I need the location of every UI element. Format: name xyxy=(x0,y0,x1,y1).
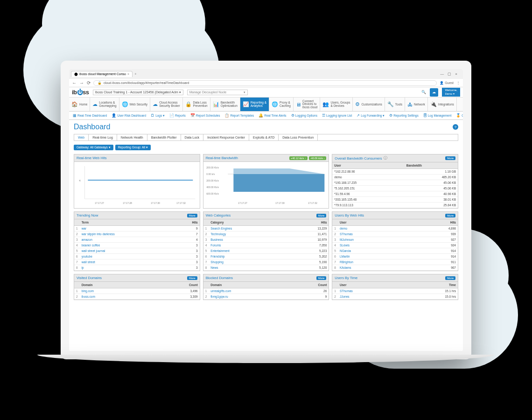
more-button[interactable]: More xyxy=(445,276,455,280)
group-filter[interactable]: Reporting Group: All ▾ xyxy=(115,145,151,150)
more-button[interactable]: More xyxy=(316,214,327,217)
table-row[interactable]: 3amazon4 xyxy=(74,237,200,243)
cloud-status-button[interactable]: ☁ xyxy=(430,88,438,97)
table-row[interactable]: 2iboss.com3,309 xyxy=(74,294,200,300)
url-input[interactable]: 🔒 cloud.iboss.com/ibcloud/app/#/reporter… xyxy=(93,80,437,86)
forward-icon[interactable]: → xyxy=(79,80,84,85)
table-row[interactable]: 3MJohnson927 xyxy=(332,237,458,243)
table-row[interactable]: 2fbmg1gqw.ru9 xyxy=(203,294,329,300)
table-row[interactable]: 6Friendship5,202 xyxy=(203,254,329,259)
table-row[interactable]: 2Technology11,471 xyxy=(203,231,329,237)
table-row[interactable]: 8News5,120 xyxy=(203,265,329,271)
tab-dlp[interactable]: Data Loss Prevention xyxy=(279,134,318,140)
subnav-templates[interactable]: 📋Report Templates xyxy=(223,113,256,118)
info-icon[interactable]: ⓘ xyxy=(384,156,387,161)
nav-integrations[interactable]: 🔌Integrations xyxy=(428,98,457,111)
maximize-icon[interactable]: ▢ xyxy=(448,72,451,76)
table-row[interactable]: 6LMartin914 xyxy=(332,254,458,259)
subnav-schedules[interactable]: 📅Report Schedules xyxy=(189,113,222,118)
search-icon[interactable]: 🔍 xyxy=(421,90,426,94)
nav-reporting[interactable]: 📈Reporting & Analytics xyxy=(240,98,269,111)
table-row[interactable]: *193.188.17.23545.06 KB xyxy=(332,180,458,186)
minimize-icon[interactable]: — xyxy=(440,72,444,76)
subnav-certificates[interactable]: 🏅Certificates xyxy=(454,113,463,118)
subnav-logging-options[interactable]: ⚙Logging Options xyxy=(289,113,319,118)
table-row[interactable]: 2JJones15.0 hrs xyxy=(332,294,458,300)
tab-realtime-log[interactable]: Real-time Log xyxy=(89,134,117,140)
nav-web-security[interactable]: 🌐Web Security xyxy=(119,98,151,111)
table-row[interactable]: *203.165.135.4838.01 KB xyxy=(332,197,458,203)
manage-node-select[interactable]: Manage Decoupled Node ▾ xyxy=(187,90,248,95)
nav-tools[interactable]: 🔧Tools xyxy=(385,98,405,111)
nav-home[interactable]: 🏠Home xyxy=(69,98,90,111)
tab-data-lock[interactable]: Data Lock xyxy=(181,134,204,140)
browser-tab[interactable]: ⬤ iboss cloud Management Conso × xyxy=(71,71,133,77)
subnav-reports[interactable]: 📄Reports xyxy=(168,113,188,118)
nav-bandwidth[interactable]: 📊Bandwidth Optimization xyxy=(210,98,240,111)
nav-customizations[interactable]: ⚙Customizations xyxy=(353,98,385,111)
subnav-ignore-list[interactable]: ☰Logging Ignore List xyxy=(320,113,354,118)
new-tab-button[interactable]: + xyxy=(134,72,137,76)
more-button[interactable]: More xyxy=(316,276,327,280)
nav-network[interactable]: 🖧Network xyxy=(405,98,428,111)
tab-bandwidth-plotter[interactable]: Bandwidth Plotter xyxy=(147,134,181,140)
more-button[interactable]: More xyxy=(445,214,455,217)
account-selector[interactable]: Iboss Cloud Training 1 - Account 123456 … xyxy=(93,90,183,95)
table-row[interactable]: 1bing.com3,496 xyxy=(74,288,200,294)
subnav-user-risk[interactable]: 👤User Risk Dashboard xyxy=(110,113,148,118)
table-row[interactable]: 5wall street journal3 xyxy=(74,248,200,254)
table-row[interactable]: 2war slippin into darkness7 xyxy=(74,231,200,237)
tab-web[interactable]: Web xyxy=(74,134,89,140)
table-row[interactable]: 7wall street3 xyxy=(74,259,200,265)
subnav-alerts[interactable]: 🔔Real Time Alerts xyxy=(257,113,288,118)
profile-guest[interactable]: 👤 Guest xyxy=(440,81,454,85)
table-row[interactable]: 1war9 xyxy=(74,226,200,231)
back-icon[interactable]: ← xyxy=(72,80,77,85)
nav-users-groups[interactable]: 👥Users, Groups & Devices xyxy=(320,98,353,111)
nav-proxy[interactable]: 🌐Proxy & Caching xyxy=(269,98,294,111)
nav-casb[interactable]: ☁Cloud Access Security Broker xyxy=(150,98,182,111)
table-row[interactable]: 1SThomas15.1 hrs xyxy=(332,288,458,294)
tab-exploits[interactable]: Exploits & ATD xyxy=(249,134,279,140)
more-button[interactable]: More xyxy=(187,214,197,217)
subnav-logs[interactable]: 🗒Logs ▾ xyxy=(149,113,167,118)
table-row[interactable]: demo485.20 KB xyxy=(332,175,458,180)
tab-network-health[interactable]: Network Health xyxy=(117,134,147,140)
table-row[interactable]: 2SThomas939 xyxy=(332,231,458,237)
table-row[interactable]: 4beaner coffee3 xyxy=(74,243,200,248)
table-row[interactable]: *162.212.88.901.18 GB xyxy=(332,169,458,175)
table-row[interactable]: 3Business10,979 xyxy=(203,237,329,243)
reload-icon[interactable]: ⟳ xyxy=(87,80,91,85)
table-row[interactable]: 4Forums7,050 xyxy=(203,243,329,248)
welcome-menu[interactable]: Welcome, Demo ▾ xyxy=(442,88,460,96)
table-row[interactable]: 4SLewis924 xyxy=(332,243,458,248)
subnav-realtime-dashboard[interactable]: ▦Real-Time Dashboard xyxy=(71,113,109,118)
close-tab-icon[interactable]: × xyxy=(127,72,129,76)
table-row[interactable]: 1Search Engines13,229 xyxy=(203,226,329,231)
table-row[interactable]: 7RBrighton911 xyxy=(332,259,458,265)
more-button[interactable]: More xyxy=(445,156,455,160)
tab-incident-response[interactable]: Incident Response Center xyxy=(203,134,249,140)
table-row[interactable]: *31.59.4.9640.98 KB xyxy=(332,191,458,197)
gateway-filter[interactable]: Gateway: All Gateways ▾ xyxy=(74,145,113,150)
nav-dlp[interactable]: 🔒Data Loss Prevention xyxy=(183,98,210,111)
nav-locations[interactable]: ☁Locations & Geomapping xyxy=(90,98,119,111)
table-row[interactable]: *5.162.205.15145.06 KB xyxy=(332,186,458,191)
subnav-log-forwarding[interactable]: ↗Log Forwarding ▾ xyxy=(355,113,386,118)
subnav-log-management[interactable]: 🗄Log Management xyxy=(421,113,454,118)
table-row[interactable]: 6youtube3 xyxy=(74,254,200,259)
table-row[interactable]: 7Shopping5,190 xyxy=(203,259,329,265)
more-button[interactable]: More xyxy=(187,276,197,280)
table-row[interactable]: 1demo4,898 xyxy=(332,226,458,231)
table-row[interactable]: *79.9.113.11325.84 KB xyxy=(332,203,458,208)
subnav-reporting-settings[interactable]: ⚙Reporting Settings xyxy=(387,113,420,118)
table-row[interactable]: 1unrealgifts.com26 xyxy=(203,288,329,294)
help-icon[interactable]: ? xyxy=(453,124,458,130)
table-row[interactable]: 8ip3 xyxy=(74,265,200,271)
table-row[interactable]: 5NGarcia914 xyxy=(332,248,458,254)
table-row[interactable]: 5Entertainment5,223 xyxy=(203,248,329,254)
nav-connect-devices[interactable]: 🖥Connect Devices to iboss cloud xyxy=(294,98,321,111)
close-window-icon[interactable]: × xyxy=(455,72,457,76)
menu-icon[interactable]: ⋮ xyxy=(456,81,460,85)
table-row[interactable]: 8KAdams907 xyxy=(332,265,458,271)
